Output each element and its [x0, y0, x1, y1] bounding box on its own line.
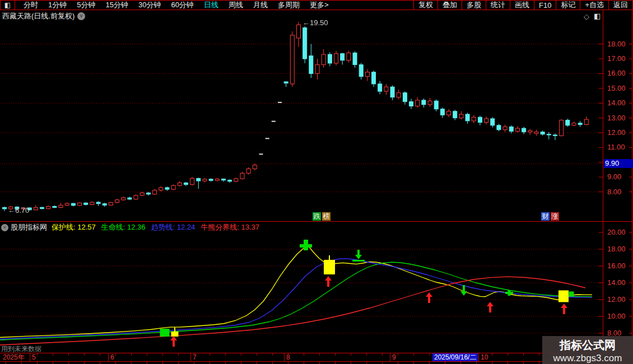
month-separator — [30, 353, 30, 361]
indicator-price-label: 10.00 — [607, 312, 626, 320]
action-返回[interactable]: 返回 — [609, 1, 633, 10]
month-label-10: 10 — [481, 354, 488, 361]
axis-stub — [21, 362, 22, 364]
last-price-badge: 9.90 — [604, 159, 633, 168]
axis-stub — [84, 362, 85, 364]
right-border — [632, 0, 632, 364]
selected-date-badge: 2025/09/16/二 — [432, 353, 478, 361]
axis-tick — [492, 353, 492, 356]
axis-stub — [147, 362, 147, 364]
price-label: 15.00 — [607, 84, 626, 92]
period-分时[interactable]: 分时 — [18, 1, 43, 10]
hot-link-涨[interactable]: 涨 — [551, 212, 559, 221]
month-separator — [478, 353, 479, 361]
action-F10[interactable]: F10 — [534, 1, 556, 10]
axis-stub — [288, 362, 288, 364]
chevron-down-icon[interactable]: ˅ — [77, 12, 85, 20]
action-复权[interactable]: 复权 — [414, 1, 438, 10]
axis-tick — [241, 353, 241, 356]
month-separator — [390, 353, 390, 361]
axis-tick — [53, 353, 53, 356]
hot-link-财[interactable]: 财 — [541, 212, 550, 221]
axis-stub — [523, 362, 524, 364]
hot-link-跌[interactable]: 跌 — [313, 212, 321, 221]
period-30分钟[interactable]: 30分钟 — [133, 1, 166, 10]
toolbar: ◧ 分时1分钟5分钟15分钟30分钟60分钟日线周线月线多周期更多> 复权叠加多… — [0, 0, 633, 10]
action-画线[interactable]: 画线 — [510, 1, 534, 10]
axis-stub — [194, 362, 194, 364]
axis-stub — [413, 362, 414, 364]
axis-tick — [413, 353, 414, 356]
axis-tick — [382, 353, 383, 356]
date-axis: 2025年 56789102025/09/16/二 — [0, 353, 633, 362]
indicator-price-label: 16.00 — [607, 262, 626, 270]
axis-tick — [304, 353, 304, 356]
action-叠加[interactable]: 叠加 — [438, 1, 462, 10]
indicator-price-label: 20.00 — [607, 228, 626, 236]
axis-stub — [366, 362, 367, 364]
hot-link-榜[interactable]: 榜 — [322, 212, 331, 221]
indicator-value-保护线: 保护线: 12.57 — [52, 222, 96, 232]
axis-tick — [398, 353, 398, 356]
axis-stub — [398, 362, 398, 364]
indicator-price-label: 18.00 — [607, 245, 626, 253]
month-label-6: 6 — [110, 354, 114, 361]
period-日线[interactable]: 日线 — [199, 1, 224, 10]
collapse-indicator-icon[interactable]: ˅ — [1, 224, 8, 231]
axis-tick — [84, 353, 85, 356]
axis-tick — [351, 353, 351, 356]
axis-tick — [115, 353, 116, 356]
axis-stub — [210, 362, 210, 364]
axis-tick — [272, 353, 273, 356]
price-annotation: ←6.70 — [8, 206, 29, 214]
year-label: 2025年 — [3, 354, 25, 361]
price-label: 16.00 — [607, 69, 626, 77]
period-1分钟[interactable]: 1分钟 — [43, 1, 72, 10]
price-label: 17.00 — [607, 54, 626, 63]
title-bar: 西藏天路(日线.前复权) ˅ — [0, 11, 633, 22]
period-15分钟[interactable]: 15分钟 — [100, 1, 133, 10]
period-5分钟[interactable]: 5分钟 — [72, 1, 100, 10]
axis-stub — [476, 362, 477, 364]
axis-stub — [539, 362, 539, 364]
axis-tick — [178, 353, 179, 356]
axis-stub — [100, 362, 100, 364]
axis-stub — [272, 362, 273, 364]
axis-tick — [429, 353, 430, 356]
action-+自选[interactable]: +自选 — [580, 1, 609, 10]
app-window: ◧ 分时1分钟5分钟15分钟30分钟60分钟日线周线月线多周期更多> 复权叠加多… — [0, 0, 633, 364]
axis-stub — [115, 362, 116, 364]
action-统计[interactable]: 统计 — [486, 1, 510, 10]
indicator-price-label: 12.00 — [607, 295, 626, 304]
layout-toggle-icon[interactable]: ◧ — [0, 1, 15, 10]
axis-tick — [257, 353, 257, 356]
axis-tick — [539, 353, 539, 356]
panel-divider — [0, 221, 633, 222]
period-60分钟[interactable]: 60分钟 — [166, 1, 198, 10]
axis-stub — [351, 362, 351, 364]
price-label: 9.00 — [607, 172, 621, 181]
stock-title: 西藏天路(日线.前复权) — [2, 11, 75, 21]
action-多股[interactable]: 多股 — [462, 1, 486, 10]
future-data-note: 用到未来数据 — [1, 344, 41, 354]
axis-stub — [162, 362, 163, 364]
period-周线[interactable]: 周线 — [224, 1, 248, 10]
axis-stub — [508, 362, 508, 364]
period-多周期[interactable]: 多周期 — [273, 1, 305, 10]
price-label: 11.00 — [607, 143, 625, 151]
action-标记[interactable]: 标记 — [556, 1, 580, 10]
axis-stub — [131, 362, 132, 364]
indicator-plot[interactable] — [0, 222, 633, 353]
axis-stub — [319, 362, 320, 364]
period-更多>[interactable]: 更多> — [305, 1, 334, 10]
main-chart-plot[interactable] — [0, 10, 633, 221]
month-separator — [284, 353, 285, 361]
period-月线[interactable]: 月线 — [248, 1, 273, 10]
indicator-value-生命线: 生命线: 12.36 — [101, 222, 146, 232]
month-label-9: 9 — [392, 354, 396, 361]
price-label: 12.00 — [607, 128, 626, 137]
price-label: 8.00 — [607, 188, 621, 196]
axis-tick — [100, 353, 100, 356]
axis-tick — [68, 353, 69, 356]
axis-stub — [178, 362, 179, 364]
